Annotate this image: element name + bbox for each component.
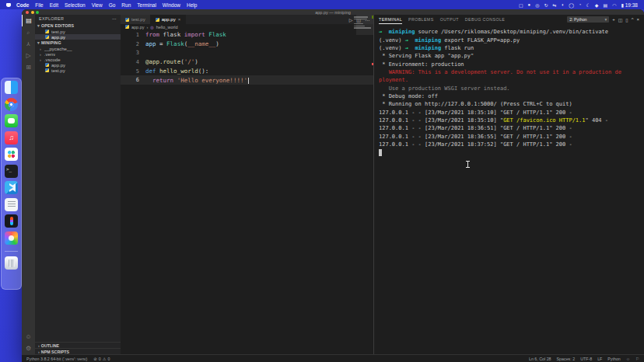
- menu-item[interactable]: Go: [109, 2, 116, 8]
- code-text: def hello_world():: [145, 68, 208, 75]
- file-tree-item[interactable]: test.py: [35, 68, 121, 73]
- menu-item[interactable]: Selection: [65, 2, 86, 8]
- explorer-icon[interactable]: ▤: [22, 15, 35, 26]
- menu-clock[interactable]: 19:38: [625, 2, 638, 8]
- swap-icon[interactable]: ⇆: [552, 2, 556, 8]
- chat-icon[interactable]: ◖: [562, 2, 565, 7]
- panel-tab-problems[interactable]: PROBLEMS: [408, 16, 434, 23]
- file-tree-item[interactable]: ›.vscode: [35, 57, 121, 62]
- sidebar-more-actions-icon[interactable]: ⋯: [112, 16, 117, 21]
- figma-dock-icon[interactable]: [5, 214, 18, 228]
- notes-dock-icon[interactable]: [5, 198, 18, 211]
- problems-status[interactable]: ⊘0 ⚠0: [93, 357, 110, 361]
- code-line[interactable]: 6 return 'Hello everyone!!!!': [121, 75, 373, 85]
- terminal-line: (.venv) → miniping flask run: [379, 44, 639, 52]
- file-tree-item[interactable]: ›__pycache__: [35, 46, 121, 51]
- status-item[interactable]: UTF-8: [580, 357, 592, 361]
- moon-icon[interactable]: ☾: [586, 2, 590, 8]
- file-tree-item[interactable]: app.py: [35, 62, 121, 68]
- status-item[interactable]: Ln 6, Col 28: [529, 357, 551, 361]
- vscode-dock-icon[interactable]: [5, 181, 18, 194]
- terminal-line: ployment.: [379, 76, 639, 84]
- display-icon[interactable]: ▢: [519, 2, 523, 8]
- new-terminal-icon[interactable]: +: [612, 17, 615, 22]
- source-control-icon[interactable]: Y: [22, 38, 35, 50]
- maximize-panel-icon[interactable]: ^: [632, 17, 634, 22]
- status-item[interactable]: Python: [607, 357, 621, 361]
- extensions-icon[interactable]: ⊞: [22, 61, 35, 73]
- code-token: flask: [159, 31, 184, 38]
- section-npm-scripts[interactable]: › NPM SCRIPTS: [35, 348, 121, 354]
- kill-terminal-icon[interactable]: ▯: [625, 17, 628, 23]
- contrast-icon[interactable]: ◔: [579, 2, 582, 7]
- settings-gear-icon[interactable]: ⚙: [22, 343, 35, 354]
- list-icon[interactable]: ▤: [603, 2, 607, 8]
- terminal-text-segment: " 404 -: [586, 117, 609, 124]
- photobooth-dock-icon[interactable]: [5, 231, 18, 245]
- file-tree-item[interactable]: ›.venv: [35, 51, 121, 57]
- notifications-bell-icon[interactable]: ⚐: [635, 357, 639, 361]
- code-line[interactable]: 2app = Flask(__name__): [121, 40, 373, 49]
- chevron-right-icon: ›: [38, 350, 40, 354]
- section-open-editors[interactable]: ▾ OPEN EDITORS: [35, 23, 121, 29]
- trash-icon[interactable]: [5, 256, 18, 270]
- close-tab-icon[interactable]: ×: [178, 17, 181, 22]
- terminal-content[interactable]: → miniping source /Users/riklomas/Deskto…: [374, 24, 644, 354]
- python-interpreter-status[interactable]: Python 3.8.2 64-bit ('.venv': venv): [26, 357, 87, 361]
- section-folder[interactable]: ▾ MINIPING: [35, 40, 121, 46]
- apple-menu-icon[interactable]: [6, 2, 11, 7]
- panel-tab-debug-console[interactable]: DEBUG CONSOLE: [465, 16, 505, 23]
- music-dock-icon[interactable]: ♫: [5, 131, 18, 144]
- status-item[interactable]: Spaces: 2: [557, 357, 576, 361]
- circle-icon[interactable]: ◯: [569, 2, 574, 8]
- open-editor-item[interactable]: app.py: [35, 34, 121, 40]
- menu-item[interactable]: Run: [121, 2, 131, 8]
- menu-item[interactable]: View: [92, 2, 103, 8]
- editor-tab[interactable]: test.py: [121, 15, 151, 24]
- shell-selector-dropdown[interactable]: 2: Python ▾: [567, 16, 609, 23]
- terminal-dock-icon[interactable]: >_: [5, 165, 18, 178]
- menu-item[interactable]: Edit: [50, 2, 58, 8]
- code-line[interactable]: 3: [121, 48, 373, 57]
- symbol-method-icon: ◎: [150, 25, 153, 30]
- slack-dock-icon[interactable]: [5, 148, 18, 161]
- split-terminal-icon[interactable]: ◫: [618, 17, 623, 23]
- warning-icon: ⚠: [103, 357, 107, 361]
- section-outline[interactable]: › OUTLINE: [35, 342, 121, 348]
- menu-item[interactable]: Window: [163, 2, 180, 8]
- window-titlebar[interactable]: app.py — miniping: [22, 9, 644, 15]
- status-item[interactable]: LF: [597, 357, 602, 361]
- run-debug-icon[interactable]: ▷: [22, 50, 35, 61]
- menu-app-name[interactable]: Code: [16, 2, 29, 8]
- code-line[interactable]: 4@app.route('/'): [121, 57, 373, 67]
- terminal-line: 127.0.0.1 - - [23/Mar/2021 18:35:10] "GE…: [379, 117, 639, 124]
- panel-tab-terminal[interactable]: TERMINAL: [379, 16, 402, 24]
- battery-icon[interactable]: ▮: [621, 2, 623, 8]
- run-python-file-icon[interactable]: ▷: [349, 17, 353, 23]
- editor-tab[interactable]: app.py×: [151, 15, 187, 24]
- chrome-dock-icon[interactable]: [5, 98, 18, 111]
- sync-icon[interactable]: ↻: [544, 2, 548, 8]
- spark-icon[interactable]: ◆: [595, 2, 599, 8]
- menu-item[interactable]: Help: [187, 2, 197, 8]
- breadcrumb-symbol[interactable]: hello_world: [156, 25, 178, 30]
- code-token: 'Hello everyone!!!!': [177, 77, 247, 84]
- open-editor-item[interactable]: test.py: [35, 29, 121, 34]
- menu-item[interactable]: Terminal: [137, 2, 156, 8]
- code-area[interactable]: 1from flask import Flask2app = Flask(__n…: [121, 30, 373, 354]
- search-icon[interactable]: ⌕: [22, 26, 35, 38]
- feedback-icon[interactable]: ☺: [626, 357, 630, 361]
- account-icon[interactable]: ☺: [22, 331, 35, 343]
- close-panel-icon[interactable]: ×: [636, 17, 639, 22]
- section-label: NPM SCRIPTS: [41, 350, 69, 354]
- wifi-icon[interactable]: ◠: [612, 2, 616, 8]
- menu-item[interactable]: File: [35, 2, 43, 8]
- code-line[interactable]: 5def hello_world():: [121, 67, 373, 76]
- messages-dock-icon[interactable]: [5, 114, 18, 127]
- panel-tab-output[interactable]: OUTPUT: [440, 16, 459, 23]
- record-icon[interactable]: ◎: [535, 2, 539, 8]
- finder-dock-icon[interactable]: [5, 81, 18, 94]
- dot-icon[interactable]: ●: [528, 2, 531, 7]
- breadcrumb-file[interactable]: app.py: [131, 25, 145, 30]
- code-line[interactable]: 1from flask import Flask: [121, 30, 373, 40]
